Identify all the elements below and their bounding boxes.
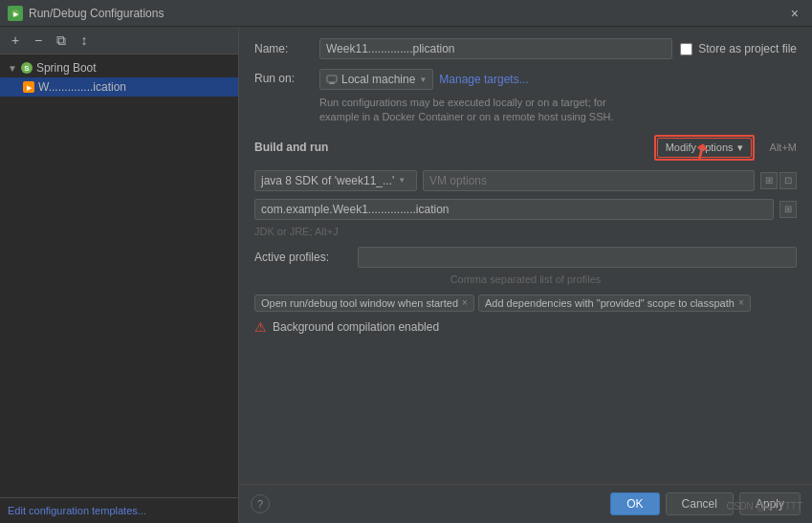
remove-config-button[interactable]: −	[29, 31, 48, 50]
modify-options-container: Modify options ▾ Alt+M	[654, 135, 797, 161]
warning-icon: ⚠	[254, 319, 267, 335]
close-button[interactable]: ×	[785, 4, 804, 23]
title-bar: ▶ Run/Debug Configurations ×	[0, 0, 812, 27]
modify-options-shortcut: Alt+M	[770, 142, 797, 153]
run-on-top: Local machine ▼ Manage targets...	[319, 69, 797, 90]
local-machine-icon	[326, 74, 338, 85]
tree-item-app[interactable]: ▶ W..............ication	[0, 77, 238, 97]
left-panel-footer: Edit configuration templates...	[0, 497, 238, 523]
left-panel: + − ⧉ ↕ ▼ S Spring Boot	[0, 27, 239, 523]
vm-options-input[interactable]	[423, 170, 755, 191]
run-on-value: Local machine	[341, 73, 415, 86]
spring-boot-label: Spring Boot	[36, 61, 97, 75]
tags-row: Open run/debug tool window when started …	[254, 294, 797, 312]
tag-1-label: Open run/debug tool window when started	[261, 297, 458, 309]
svg-rect-6	[327, 76, 337, 82]
select-arrow-icon: ▼	[419, 76, 427, 84]
modify-options-arrow-icon: ▾	[737, 142, 743, 154]
sdk-label: java 8 SDK of 'week11_...'	[261, 174, 394, 187]
profiles-hint: Comma separated list of profiles	[254, 273, 797, 285]
add-config-button[interactable]: +	[6, 31, 25, 50]
tag-1: Open run/debug tool window when started …	[254, 294, 474, 312]
warning-row: ⚠ Background compilation enabled	[254, 319, 797, 335]
run-on-row: Run on: Local machine ▼ Manage ta	[254, 69, 797, 125]
store-as-project-checkbox[interactable]	[680, 43, 692, 55]
svg-rect-7	[330, 82, 334, 83]
sdk-arrow-icon: ▼	[398, 176, 406, 185]
app-item-label: W..............ication	[38, 80, 126, 94]
browse-button[interactable]: ⊞	[779, 201, 797, 218]
main-class-row: ⊞	[254, 199, 797, 220]
main-class-input[interactable]	[254, 199, 774, 220]
dialog-title: Run/Debug Configurations	[29, 7, 785, 20]
tree-expand-arrow: ▼	[8, 63, 17, 74]
active-profiles-row: Active profiles:	[254, 247, 797, 268]
tag-1-close[interactable]: ×	[462, 297, 468, 308]
name-input[interactable]	[319, 38, 672, 59]
main-container: + − ⧉ ↕ ▼ S Spring Boot	[0, 27, 812, 523]
cancel-button[interactable]: Cancel	[666, 492, 734, 515]
store-as-project-label: Store as project file	[698, 42, 797, 55]
name-label: Name:	[254, 42, 312, 55]
build-run-section-header: Build and run Modify options ▾ Alt+M	[254, 135, 797, 161]
copy-config-button[interactable]: ⧉	[52, 31, 71, 50]
manage-targets-link[interactable]: Manage targets...	[439, 73, 528, 86]
warning-text: Background compilation enabled	[273, 320, 439, 334]
app-icon: ▶	[23, 81, 34, 93]
expand-btn-1[interactable]: ⊞	[760, 172, 778, 189]
watermark: CSDN @GTTTTT	[726, 501, 802, 512]
sdk-vm-row: java 8 SDK of 'week11_...' ▼ ⊞ ⊡	[254, 170, 797, 191]
help-button[interactable]: ?	[251, 494, 270, 513]
edit-templates-link[interactable]: Edit configuration templates...	[8, 505, 146, 516]
run-on-label: Run on:	[254, 69, 312, 85]
tag-2-label: Add dependencies with "provided" scope t…	[485, 297, 735, 309]
active-profiles-label: Active profiles:	[254, 251, 350, 264]
svg-rect-8	[329, 83, 335, 84]
build-run-title: Build and run	[254, 141, 328, 154]
svg-text:S: S	[24, 64, 30, 73]
right-panel: Name: Store as project file Run on:	[239, 27, 812, 523]
title-bar-icon: ▶	[8, 6, 23, 21]
expand-buttons: ⊞ ⊡	[760, 172, 797, 189]
tag-2: Add dependencies with "provided" scope t…	[478, 294, 751, 312]
run-on-description: Run configurations may be executed local…	[319, 96, 797, 125]
run-on-content: Local machine ▼ Manage targets... Run co…	[319, 69, 797, 125]
tree-item-spring-boot[interactable]: ▼ S Spring Boot	[0, 58, 238, 77]
spring-boot-icon: S	[21, 62, 33, 74]
active-profiles-input[interactable]	[358, 247, 797, 268]
name-row: Name: Store as project file	[254, 38, 797, 59]
ok-button[interactable]: OK	[610, 492, 659, 515]
config-tree: ▼ S Spring Boot ▶ W...........	[0, 54, 238, 497]
sdk-select[interactable]: java 8 SDK of 'week11_...' ▼	[254, 170, 417, 191]
store-as-project-row: Store as project file	[680, 42, 797, 55]
sort-config-button[interactable]: ↕	[75, 31, 94, 50]
left-toolbar: + − ⧉ ↕	[0, 27, 238, 54]
tag-2-close[interactable]: ×	[738, 297, 744, 308]
config-form: Name: Store as project file Run on:	[239, 27, 812, 484]
expand-btn-2[interactable]: ⊡	[779, 172, 797, 189]
run-on-select[interactable]: Local machine ▼	[319, 69, 433, 90]
jdk-hint: JDK or JRE; Alt+J	[254, 226, 797, 237]
